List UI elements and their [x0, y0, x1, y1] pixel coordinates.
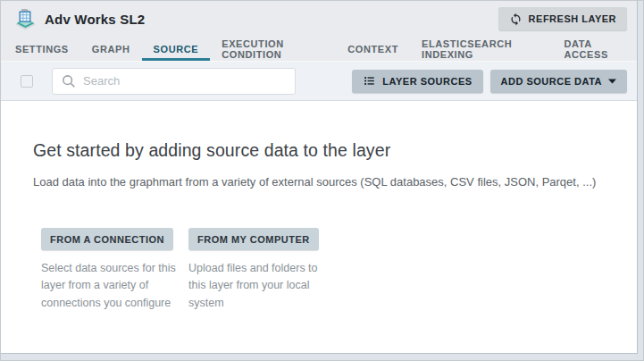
source-toolbar: LAYER SOURCES ADD SOURCE DATA: [1, 62, 637, 101]
tab-execution-condition[interactable]: EXECUTION CONDITION: [210, 37, 336, 61]
from-a-connection-button[interactable]: FROM A CONNECTION: [41, 228, 173, 250]
refresh-layer-button[interactable]: REFRESH LAYER: [498, 7, 627, 30]
search-input[interactable]: [52, 68, 296, 95]
add-source-options: FROM A CONNECTION Select data sources fo…: [41, 228, 637, 312]
tab-elasticsearch-indexing[interactable]: ELASTICSEARCH INDEXING: [410, 37, 553, 61]
refresh-icon: [509, 13, 523, 26]
search-box: [52, 68, 296, 95]
brand: Adv Works SL2: [13, 7, 145, 31]
option-from-computer: FROM MY COMPUTER Upload files and folder…: [188, 228, 336, 312]
graphmart-layer-icon: [13, 7, 38, 31]
tab-bar: SETTINGS GRAPH SOURCE EXECUTION CONDITIO…: [1, 37, 637, 62]
from-my-computer-description: Upload files and folders to this layer f…: [188, 260, 331, 312]
add-source-data-button[interactable]: ADD SOURCE DATA: [490, 70, 627, 93]
tab-source[interactable]: SOURCE: [142, 37, 211, 61]
option-from-connection: FROM A CONNECTION Select data sources fo…: [41, 228, 188, 312]
page-title: Adv Works SL2: [45, 12, 145, 27]
select-all-checkbox[interactable]: [21, 75, 33, 88]
empty-state: Get started by adding source data to the…: [1, 101, 637, 353]
app-window: Adv Works SL2 REFRESH LAYER SETTINGS GRA…: [0, 0, 644, 361]
tab-settings[interactable]: SETTINGS: [4, 37, 80, 61]
chevron-down-icon: [608, 79, 616, 84]
graphmart-layer-page: Adv Works SL2 REFRESH LAYER SETTINGS GRA…: [1, 1, 638, 354]
tab-context[interactable]: CONTEXT: [336, 37, 410, 61]
header: Adv Works SL2 REFRESH LAYER: [1, 1, 637, 37]
tab-data-access[interactable]: DATA ACCESS: [552, 37, 637, 61]
empty-state-subheading: Load data into the graphmart from a vari…: [33, 175, 637, 189]
empty-state-heading: Get started by adding source data to the…: [33, 140, 637, 161]
layer-sources-label: LAYER SOURCES: [382, 76, 472, 87]
refresh-layer-label: REFRESH LAYER: [529, 13, 616, 24]
list-icon: [363, 74, 376, 88]
search-icon: [61, 73, 77, 89]
tab-graph[interactable]: GRAPH: [80, 37, 142, 61]
from-a-connection-description: Select data sources for this layer from …: [41, 260, 184, 312]
from-my-computer-button[interactable]: FROM MY COMPUTER: [188, 228, 319, 250]
layer-sources-button[interactable]: LAYER SOURCES: [352, 70, 482, 93]
add-source-data-label: ADD SOURCE DATA: [501, 76, 602, 87]
